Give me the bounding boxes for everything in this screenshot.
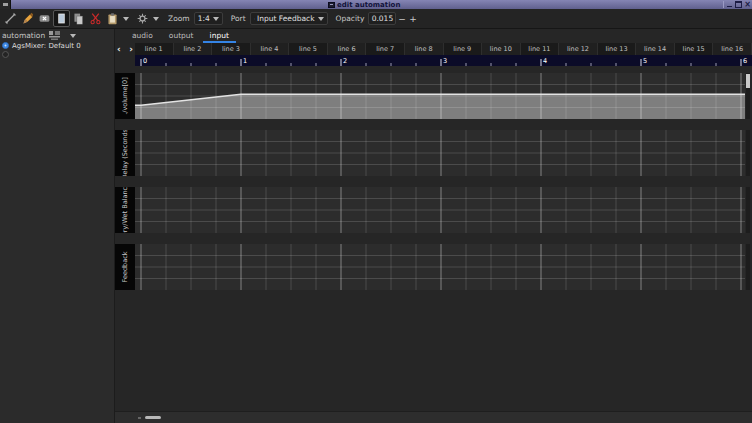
line-header[interactable]: line 14: [636, 43, 675, 55]
lane-scrollbar-thumb[interactable]: [746, 74, 750, 88]
horizontal-scrollbar[interactable]: [115, 411, 752, 423]
lane-scrollbar[interactable]: [746, 73, 750, 119]
svg-text:1: 1: [243, 57, 247, 65]
pencil-icon: [21, 12, 34, 25]
close-button[interactable]: ×: [744, 1, 751, 8]
line-header[interactable]: line 3: [212, 43, 251, 55]
scissors-icon: [89, 12, 102, 25]
radio-unselected-icon[interactable]: [2, 51, 9, 58]
window-menu-icon: [3, 3, 8, 6]
scroll-right-button[interactable]: ›: [129, 44, 133, 54]
line-header[interactable]: line 16: [713, 43, 752, 55]
clipboard-icon: [106, 12, 119, 25]
window-controls: ×: [723, 0, 751, 9]
scrollbar-thumb[interactable]: [145, 416, 161, 419]
line-header[interactable]: line 4: [251, 43, 290, 55]
lane-label-text: Delay (Seconds): [121, 130, 129, 176]
svg-text:2: 2: [343, 57, 347, 65]
machine-sidebar: automation AgsMixer: Default 0: [0, 29, 115, 423]
port-select[interactable]: Input Feedback: [250, 12, 328, 25]
line-header[interactable]: line 7: [366, 43, 405, 55]
app-icon: [328, 2, 335, 8]
opacity-decrement-button[interactable]: −: [396, 12, 407, 25]
tools-icon: [136, 12, 149, 25]
tools-menu-caret[interactable]: [151, 10, 160, 27]
svg-text:3: 3: [443, 57, 447, 65]
channel-tabs: audiooutputinput: [125, 29, 236, 43]
machine-radio-row[interactable]: [0, 50, 114, 59]
svg-text:5: 5: [643, 57, 647, 65]
lane-grid[interactable]: [135, 73, 745, 119]
line-header[interactable]: line 8: [405, 43, 444, 55]
opacity-value[interactable]: 0.015: [368, 12, 396, 25]
line-scroll-buttons: ‹ ›: [115, 43, 135, 55]
tab-input[interactable]: input: [203, 29, 236, 43]
chevron-down-icon: [213, 17, 219, 21]
copy-tool-button[interactable]: [70, 10, 87, 27]
position-icon: [4, 12, 17, 25]
edit-automation-window: edit automation ×: [0, 0, 752, 423]
svg-text:0: 0: [143, 57, 147, 65]
document-select-icon: [55, 12, 68, 25]
lane-grid[interactable]: [135, 244, 745, 290]
svg-text:6: 6: [743, 57, 747, 65]
line-headers: line 1line 2line 3line 4line 5line 6line…: [135, 43, 752, 55]
machine-selector-icon[interactable]: [48, 30, 61, 41]
edit-tool-button[interactable]: [19, 10, 36, 27]
port-label: Port: [231, 14, 246, 23]
line-header[interactable]: line 10: [482, 43, 521, 55]
tools-menu-button[interactable]: [134, 10, 151, 27]
minimize-button[interactable]: [726, 1, 733, 8]
zoom-select[interactable]: 1:4: [194, 12, 223, 25]
clear-tool-button[interactable]: [36, 10, 53, 27]
line-header[interactable]: line 6: [328, 43, 367, 55]
line-header[interactable]: line 9: [444, 43, 483, 55]
cut-tool-button[interactable]: [87, 10, 104, 27]
line-header[interactable]: line 11: [521, 43, 560, 55]
window-menu-button[interactable]: [0, 0, 11, 9]
automation-lane: ./volume[0]: [115, 73, 752, 119]
machine-list: AgsMixer: Default 0: [0, 41, 114, 59]
window-title-wrap: edit automation: [328, 0, 400, 9]
machine-radio-row[interactable]: AgsMixer: Default 0: [0, 41, 114, 50]
lane-label: Delay (Seconds): [115, 130, 135, 176]
copy-icon: [72, 12, 85, 25]
lane-grid[interactable]: [135, 130, 745, 176]
line-header[interactable]: line 2: [174, 43, 213, 55]
maximize-button[interactable]: [735, 1, 742, 8]
chevron-down-icon: [70, 34, 76, 38]
tab-audio[interactable]: audio: [125, 29, 160, 43]
timeline-ruler[interactable]: 0123456: [135, 55, 752, 66]
lane-label-text: Dry/Wet Balance: [121, 187, 129, 233]
line-header[interactable]: line 1: [135, 43, 174, 55]
sidebar-header: automation: [0, 29, 114, 41]
lane-scrollbar[interactable]: [746, 130, 750, 176]
scrollbar-stepper[interactable]: [138, 417, 141, 419]
lane-label: Feedback: [115, 244, 135, 290]
automation-editor: audiooutputinput ‹ › line 1line 2line 3l…: [115, 29, 752, 423]
machine-label: AgsMixer: Default 0: [12, 42, 81, 50]
lane-scrollbar[interactable]: [746, 187, 750, 233]
window-title: edit automation: [337, 1, 400, 9]
eraser-icon: [38, 12, 51, 25]
paste-tool-button[interactable]: [104, 10, 121, 27]
lane-scrollbar[interactable]: [746, 244, 750, 290]
lane-grid[interactable]: [135, 187, 745, 233]
opacity-increment-button[interactable]: +: [407, 12, 418, 25]
chevron-down-icon: [318, 17, 324, 21]
line-header[interactable]: line 5: [289, 43, 328, 55]
line-header[interactable]: line 15: [675, 43, 714, 55]
line-header[interactable]: line 13: [598, 43, 637, 55]
zoom-label: Zoom: [168, 14, 190, 23]
select-tool-button[interactable]: [53, 10, 70, 27]
radio-selected-icon[interactable]: [2, 42, 9, 49]
position-tool-button[interactable]: [2, 10, 19, 27]
scroll-left-button[interactable]: ‹: [117, 44, 121, 54]
line-header[interactable]: line 12: [559, 43, 598, 55]
lane-label-text: Feedback: [121, 252, 129, 283]
automation-lane: Dry/Wet Balance: [115, 187, 752, 233]
paste-menu-caret[interactable]: [121, 10, 130, 27]
lane-label-text: ./volume[0]: [121, 77, 129, 115]
tab-output[interactable]: output: [162, 29, 201, 43]
port-value: Input Feedback: [257, 14, 315, 23]
